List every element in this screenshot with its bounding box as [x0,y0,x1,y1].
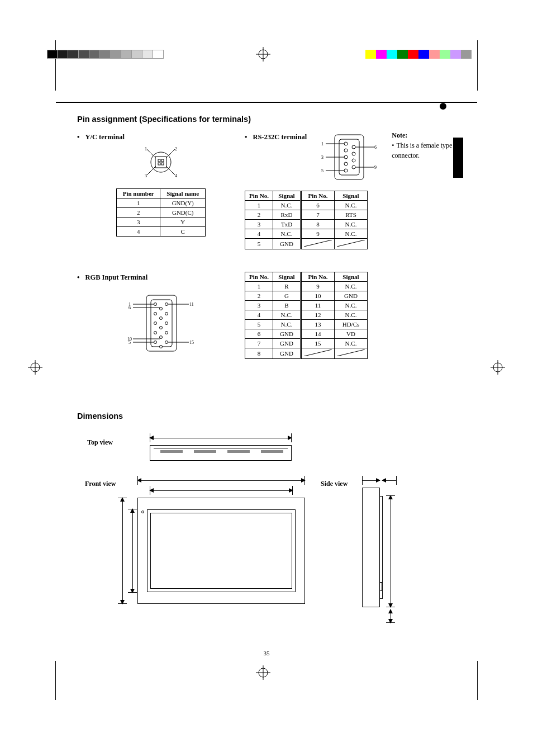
yc-terminal-label: • Y/C terminal [77,131,245,141]
registration-mark-icon [256,665,270,682]
dimension-arrow-icon [150,435,292,442]
svg-rect-14 [158,159,160,162]
svg-line-20 [147,166,156,175]
svg-point-33 [352,159,355,162]
svg-point-57 [165,313,168,315]
svg-text:3: 3 [321,155,323,160]
section-heading-pin-assignment: Pin assignment (Specifications for termi… [77,115,477,124]
svg-point-55 [160,336,163,339]
svg-point-54 [160,327,163,329]
svg-text:6: 6 [374,145,377,150]
rgb-connector-diagram: 1 5 6 10 11 15 [127,287,194,361]
crop-mark [477,40,493,91]
svg-point-60 [165,341,168,344]
process-color-bar [365,50,472,59]
svg-text:9: 9 [374,165,377,170]
rs232-connector-diagram: 1 3 5 6 9 [321,131,377,185]
top-view-label: Top view [87,438,113,447]
svg-text:4: 4 [175,173,177,178]
crop-mark [40,40,56,91]
svg-point-29 [344,162,348,166]
note-label: Note: [392,131,464,140]
top-view-diagram [150,445,292,461]
rs232-terminal-label: • RS-232C terminal [245,131,307,185]
svg-point-48 [154,313,157,315]
side-view-label: Side view [321,480,348,488]
svg-rect-13 [155,157,166,168]
svg-point-50 [154,332,157,334]
svg-point-52 [160,308,163,310]
yc-connector-diagram: 1 2 3 4 [141,146,180,181]
svg-point-51 [154,341,157,344]
svg-rect-15 [161,159,164,162]
dimension-arrow-icon [120,498,126,604]
svg-text:15: 15 [189,340,194,345]
rgb-pin-table: Pin No.Signal Pin No.Signal 1R9N.C.2G10G… [245,272,368,359]
grayscale-color-bar [47,50,164,59]
dimension-arrow-icon [382,478,397,484]
registration-mark-icon [28,360,42,377]
svg-point-59 [165,332,168,334]
svg-text:2: 2 [175,147,177,152]
front-view-label: Front view [85,480,116,488]
dimension-arrow-icon [150,488,293,494]
svg-text:5: 5 [321,168,323,173]
crop-mark [477,661,493,700]
svg-point-56 [165,303,168,306]
svg-line-19 [166,149,175,158]
svg-point-61 [160,346,163,348]
svg-text:11: 11 [189,302,194,307]
svg-text:1: 1 [145,147,147,152]
svg-text:1: 1 [321,141,323,147]
section-heading-dimensions: Dimensions [77,412,477,420]
front-view-diagram [137,498,305,604]
dimension-arrow-icon [388,495,394,607]
svg-point-28 [344,155,348,159]
page-number: 35 [0,650,533,656]
svg-text:3: 3 [145,173,147,178]
svg-point-26 [344,142,348,145]
dimension-arrow-icon [137,478,305,484]
svg-point-47 [154,303,157,306]
side-view-diagram [362,488,380,607]
registration-mark-icon [491,360,505,377]
svg-rect-16 [158,163,160,165]
svg-point-30 [344,169,348,172]
svg-point-53 [160,317,163,320]
svg-point-49 [154,322,157,325]
svg-point-32 [352,152,355,155]
svg-line-74 [304,349,332,356]
svg-line-46 [337,240,365,247]
svg-text:6: 6 [129,305,131,310]
svg-point-27 [344,149,348,152]
dimension-arrow-icon [362,478,380,484]
registration-mark-icon [256,47,270,64]
note-body: • This is a female type connector. [392,140,464,160]
dimension-arrow-icon [388,609,394,623]
yc-pin-table: Pin numberSignal name 1GND(Y)2GND(C)3Y4C [116,188,206,237]
rs232-pin-table: Pin No.Signal Pin No.Signal 1N.C.6N.C.2R… [245,191,368,249]
svg-point-31 [352,145,355,149]
svg-line-45 [304,240,332,247]
svg-point-58 [165,322,168,325]
svg-line-18 [147,149,156,158]
crop-mark [40,661,56,700]
svg-line-75 [337,349,365,356]
svg-point-34 [352,166,355,169]
rgb-terminal-label: • RGB Input Terminal [77,272,245,282]
dimension-arrow-icon [130,509,136,593]
svg-rect-17 [161,163,164,165]
svg-text:10: 10 [127,337,132,342]
svg-line-21 [166,166,175,175]
